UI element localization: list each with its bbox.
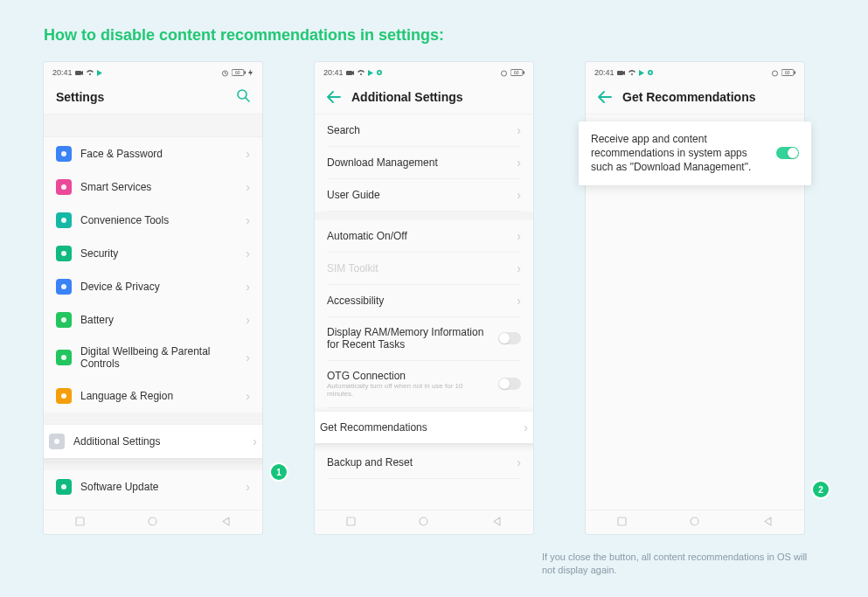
nav-recent-icon[interactable] bbox=[75, 517, 85, 528]
alarm-icon bbox=[221, 69, 229, 77]
toggle[interactable] bbox=[498, 378, 521, 390]
settings-row[interactable]: About Phone› bbox=[44, 503, 262, 510]
row-label: Battery bbox=[80, 314, 237, 326]
svg-point-11 bbox=[61, 284, 66, 289]
settings-row[interactable]: SIM Toolkit› bbox=[315, 253, 533, 284]
phone-settings-main: 20:41 60 Settings Face & Password›Smart … bbox=[44, 62, 262, 534]
alarm-icon bbox=[771, 69, 779, 77]
back-icon[interactable] bbox=[598, 91, 612, 103]
svg-point-32 bbox=[773, 71, 778, 76]
svg-point-37 bbox=[691, 517, 698, 525]
settings-row[interactable]: User Guide› bbox=[315, 179, 533, 211]
svg-point-7 bbox=[61, 151, 66, 156]
svg-point-19 bbox=[149, 517, 156, 525]
svg-point-10 bbox=[61, 251, 66, 256]
chevron-right-icon: › bbox=[246, 246, 250, 260]
nav-bar bbox=[315, 510, 533, 534]
nav-home-icon[interactable] bbox=[419, 517, 428, 528]
status-bar: 20:41 60 bbox=[315, 62, 533, 80]
phone-get-recommendations: 20:41 60 Get Recommendations Receive app… bbox=[586, 62, 804, 534]
settings-row[interactable]: Security› bbox=[44, 237, 262, 270]
settings-row[interactable]: Additional Settings› bbox=[44, 425, 262, 458]
svg-point-12 bbox=[61, 317, 66, 323]
status-time: 20:41 bbox=[323, 68, 344, 77]
settings-row[interactable]: Device & Privacy› bbox=[44, 270, 262, 303]
svg-text:60: 60 bbox=[514, 70, 519, 75]
step-badge-2: 2 bbox=[813, 482, 829, 497]
svg-point-23 bbox=[502, 71, 507, 76]
settings-row[interactable]: Backup and Reset› bbox=[315, 447, 533, 478]
row-label: Face & Password bbox=[80, 148, 237, 160]
app-icon bbox=[56, 246, 72, 261]
settings-row[interactable]: Battery› bbox=[44, 303, 262, 337]
settings-row[interactable]: Face & Password› bbox=[44, 137, 262, 170]
row-label: Get Recommendations bbox=[320, 421, 515, 434]
row-label: Digital Wellbeing & Parental Controls bbox=[80, 345, 237, 371]
svg-point-16 bbox=[61, 484, 66, 489]
play-icon bbox=[639, 70, 644, 76]
wifi-icon bbox=[357, 69, 365, 76]
settings-row[interactable]: Convenience Tools› bbox=[44, 204, 262, 237]
nav-bar bbox=[44, 510, 262, 534]
row-label: Language & Region bbox=[80, 390, 237, 402]
settings-row[interactable]: Get Recommendations› bbox=[315, 412, 533, 443]
alarm-icon bbox=[500, 69, 508, 77]
svg-point-8 bbox=[61, 184, 66, 190]
phone-additional-settings: 20:41 60 Additional Settings Search›Down… bbox=[315, 62, 533, 534]
search-icon[interactable] bbox=[236, 88, 250, 106]
svg-rect-36 bbox=[618, 517, 626, 525]
callout-text: Receive app and content recommendations … bbox=[591, 132, 767, 175]
nav-home-icon[interactable] bbox=[148, 517, 157, 528]
app-icon bbox=[56, 146, 72, 162]
settings-row[interactable]: Digital Wellbeing & Parental Controls› bbox=[44, 337, 262, 379]
recommendations-toggle[interactable] bbox=[776, 147, 799, 159]
settings-row[interactable]: Smart Services› bbox=[44, 170, 262, 204]
settings-row[interactable]: Software Update› bbox=[44, 470, 262, 503]
header-title: Settings bbox=[56, 90, 104, 104]
nav-recent-icon[interactable] bbox=[617, 517, 627, 528]
toggle[interactable] bbox=[498, 332, 521, 344]
nav-home-icon[interactable] bbox=[690, 517, 699, 528]
svg-point-14 bbox=[61, 393, 66, 399]
app-icon bbox=[56, 179, 72, 195]
camera-icon bbox=[346, 70, 354, 76]
svg-point-28 bbox=[420, 517, 427, 525]
gear-mini-icon bbox=[647, 69, 654, 76]
page-title: How to disable content recommendations i… bbox=[44, 26, 824, 45]
nav-back-icon[interactable] bbox=[492, 517, 502, 528]
row-label: Smart Services bbox=[80, 181, 237, 193]
status-time: 20:41 bbox=[52, 68, 73, 77]
chevron-right-icon: › bbox=[246, 180, 250, 194]
chevron-right-icon: › bbox=[246, 480, 250, 494]
settings-row[interactable]: OTG ConnectionAutomatically turn off whe… bbox=[315, 361, 533, 407]
svg-point-9 bbox=[61, 218, 66, 223]
svg-text:60: 60 bbox=[235, 70, 240, 75]
chevron-right-icon: › bbox=[246, 280, 250, 294]
settings-row[interactable]: Language & Region› bbox=[44, 379, 262, 413]
settings-row[interactable]: Display RAM/Memory Information for Recen… bbox=[315, 317, 533, 360]
nav-recent-icon[interactable] bbox=[346, 517, 356, 528]
settings-row[interactable]: Accessibility› bbox=[315, 285, 533, 316]
app-icon bbox=[56, 388, 72, 404]
settings-row[interactable]: Search› bbox=[315, 115, 533, 146]
svg-point-22 bbox=[378, 72, 379, 73]
camera-icon bbox=[617, 70, 625, 76]
settings-row[interactable]: Automatic On/Off› bbox=[315, 220, 533, 252]
app-icon bbox=[56, 212, 72, 228]
step-badge-1: 1 bbox=[271, 464, 287, 480]
row-label: SIM Toolkit bbox=[327, 262, 508, 274]
nav-back-icon[interactable] bbox=[221, 517, 231, 528]
row-label: Accessibility bbox=[327, 295, 508, 307]
header: Get Recommendations bbox=[586, 80, 804, 115]
back-icon[interactable] bbox=[327, 91, 341, 103]
status-time: 20:41 bbox=[594, 68, 615, 77]
battery-icon: 60 bbox=[781, 69, 795, 76]
app-icon bbox=[56, 350, 72, 365]
settings-row[interactable]: Download Management› bbox=[315, 147, 533, 178]
chevron-right-icon: › bbox=[246, 389, 250, 403]
header-title: Get Recommendations bbox=[622, 90, 755, 104]
nav-back-icon[interactable] bbox=[763, 517, 773, 528]
wifi-icon bbox=[86, 69, 94, 76]
row-label: Download Management bbox=[327, 156, 508, 169]
charge-icon bbox=[248, 69, 253, 76]
